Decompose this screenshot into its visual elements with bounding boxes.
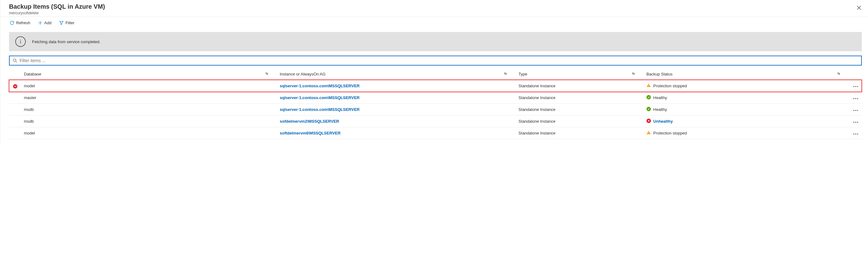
row-actions-button[interactable] (852, 109, 859, 112)
toolbar: Refresh Add Filter (0, 17, 868, 29)
filter-label: Filter (66, 21, 74, 25)
row-actions-button[interactable] (852, 85, 859, 88)
instance-link[interactable]: sofdelmervm2\MSSQLSERVER (280, 119, 339, 124)
cell-database: model (22, 127, 277, 139)
col-database[interactable]: Database (22, 69, 277, 80)
page-title: Backup Items (SQL in Azure VM) (9, 3, 862, 10)
cell-type: Standalone Instance (516, 127, 644, 139)
cell-status: Healthy (644, 92, 849, 104)
cell-instance[interactable]: sqlserver-1.contoso.com\MSSQLSERVER (277, 92, 516, 104)
svg-rect-6 (648, 132, 649, 133)
instance-link[interactable]: sqlserver-1.contoso.com\MSSQLSERVER (280, 95, 360, 100)
refresh-button[interactable]: Refresh (8, 19, 32, 26)
svg-point-0 (13, 59, 16, 62)
row-actions-button[interactable] (852, 121, 859, 124)
table-row[interactable]: msdbsqlserver-1.contoso.com\MSSQLSERVERS… (9, 104, 862, 116)
add-button[interactable]: Add (36, 19, 54, 26)
row-leading-icon (9, 127, 22, 139)
cell-database: model (22, 80, 277, 92)
filter-button[interactable]: Filter (57, 19, 76, 26)
cell-database: msdb (22, 116, 277, 127)
status-text: Protection stopped (653, 131, 687, 135)
status-icon (647, 83, 651, 89)
instance-link[interactable]: softdelmervm6\MSSQLSERVER (280, 131, 341, 135)
filter-input[interactable] (19, 58, 858, 63)
cell-type: Standalone Instance (516, 116, 644, 127)
sort-icon (837, 72, 841, 76)
plus-icon (38, 21, 42, 25)
status-icon (647, 95, 651, 100)
blade-header: Backup Items (SQL in Azure VM) mercuryso… (0, 0, 868, 17)
backup-items-table: Database Instance or AlwaysOn AG Type Ba… (9, 69, 862, 139)
cell-status: Healthy (644, 104, 849, 116)
cell-instance[interactable]: sofdelmervm2\MSSQLSERVER (277, 116, 516, 127)
table-row[interactable]: modelsqlserver-1.contoso.com\MSSQLSERVER… (9, 80, 862, 92)
info-icon: i (15, 36, 26, 47)
table-row[interactable]: msdbsofdelmervm2\MSSQLSERVERStandalone I… (9, 116, 862, 127)
filter-box[interactable] (9, 56, 862, 66)
info-message: Fetching data from service completed. (32, 39, 100, 44)
instance-link[interactable]: sqlserver-1.contoso.com\MSSQLSERVER (280, 107, 360, 112)
table-row[interactable]: modelsoftdelmervm6\MSSQLSERVERStandalone… (9, 127, 862, 139)
status-text: Healthy (653, 95, 667, 100)
cell-status: Protection stopped (644, 127, 849, 139)
col-status[interactable]: Backup Status (644, 69, 849, 80)
funnel-icon (59, 21, 64, 25)
cell-status: Protection stopped (644, 80, 849, 92)
info-bar: i Fetching data from service completed. (9, 32, 862, 51)
status-icon (647, 130, 651, 136)
close-icon (857, 6, 861, 10)
sort-icon (504, 72, 507, 76)
close-button[interactable] (855, 4, 863, 13)
col-instance[interactable]: Instance or AlwaysOn AG (277, 69, 516, 80)
cell-type: Standalone Instance (516, 92, 644, 104)
cell-instance[interactable]: sqlserver-1.contoso.com\MSSQLSERVER (277, 80, 516, 92)
cell-status: Unhealthy (644, 116, 849, 127)
svg-rect-2 (648, 86, 649, 86)
page-subtitle: mercurysoftdelete (9, 11, 862, 15)
refresh-label: Refresh (16, 21, 30, 25)
cell-type: Standalone Instance (516, 80, 644, 92)
svg-rect-7 (648, 134, 649, 134)
table-row[interactable]: mastersqlserver-1.contoso.com\MSSQLSERVE… (9, 92, 862, 104)
status-text: Unhealthy (653, 119, 673, 124)
cell-database: master (22, 92, 277, 104)
row-leading-icon (9, 104, 22, 116)
sort-icon (265, 72, 269, 76)
row-actions-button[interactable] (852, 97, 859, 100)
row-leading-icon (9, 80, 22, 92)
col-type[interactable]: Type (516, 69, 644, 80)
svg-rect-1 (648, 85, 649, 86)
cell-database: msdb (22, 104, 277, 116)
cell-instance[interactable]: softdelmervm6\MSSQLSERVER (277, 127, 516, 139)
row-leading-icon (9, 116, 22, 127)
instance-link[interactable]: sqlserver-1.contoso.com\MSSQLSERVER (280, 84, 360, 88)
row-leading-icon (9, 92, 22, 104)
refresh-icon (10, 21, 14, 25)
search-icon (13, 58, 17, 63)
cell-type: Standalone Instance (516, 104, 644, 116)
add-label: Add (44, 21, 52, 25)
stop-icon (13, 84, 18, 89)
status-icon (647, 119, 651, 124)
status-icon (647, 107, 651, 112)
row-actions-button[interactable] (852, 132, 859, 136)
status-text: Protection stopped (653, 84, 687, 88)
status-text: Healthy (653, 107, 667, 112)
sort-icon (631, 72, 635, 76)
cell-instance[interactable]: sqlserver-1.contoso.com\MSSQLSERVER (277, 104, 516, 116)
